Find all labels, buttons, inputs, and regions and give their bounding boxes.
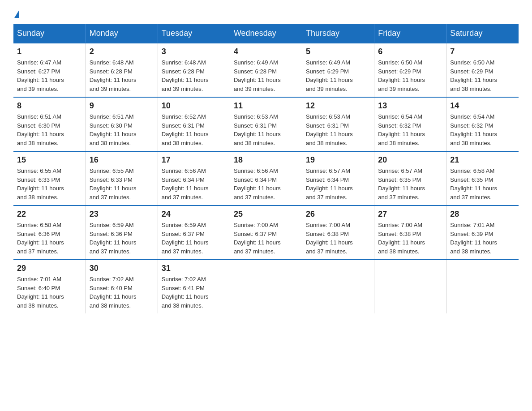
- day-info: Sunrise: 6:51 AMSunset: 6:30 PMDaylight:…: [17, 112, 82, 147]
- week-row-5: 29Sunrise: 7:01 AMSunset: 6:40 PMDayligh…: [13, 260, 519, 313]
- day-info: Sunrise: 6:48 AMSunset: 6:28 PMDaylight:…: [90, 58, 154, 93]
- calendar-cell: 13Sunrise: 6:54 AMSunset: 6:32 PMDayligh…: [374, 97, 446, 151]
- day-info: Sunrise: 6:48 AMSunset: 6:28 PMDaylight:…: [162, 58, 226, 93]
- day-info: Sunrise: 6:55 AMSunset: 6:33 PMDaylight:…: [17, 167, 82, 201]
- calendar-header-row: SundayMondayTuesdayWednesdayThursdayFrid…: [13, 24, 519, 43]
- header-thursday: Thursday: [302, 24, 374, 43]
- day-info: Sunrise: 6:53 AMSunset: 6:31 PMDaylight:…: [234, 112, 298, 147]
- calendar-cell: 4Sunrise: 6:49 AMSunset: 6:28 PMDaylight…: [230, 43, 302, 97]
- day-number: 23: [90, 210, 154, 219]
- calendar-cell: [374, 260, 446, 313]
- day-info: Sunrise: 6:50 AMSunset: 6:29 PMDaylight:…: [378, 58, 442, 93]
- calendar-cell: 21Sunrise: 6:58 AMSunset: 6:35 PMDayligh…: [446, 151, 519, 206]
- day-info: Sunrise: 7:02 AMSunset: 6:41 PMDaylight:…: [162, 275, 226, 310]
- day-number: 6: [378, 47, 442, 56]
- page-header: [13, 9, 519, 15]
- day-info: Sunrise: 6:53 AMSunset: 6:31 PMDaylight:…: [306, 112, 370, 147]
- day-number: 22: [17, 210, 82, 219]
- day-number: 21: [450, 155, 515, 165]
- calendar-cell: 10Sunrise: 6:52 AMSunset: 6:31 PMDayligh…: [158, 97, 230, 151]
- header-sunday: Sunday: [13, 24, 86, 43]
- day-info: Sunrise: 6:49 AMSunset: 6:28 PMDaylight:…: [234, 58, 298, 93]
- header-wednesday: Wednesday: [230, 24, 302, 43]
- day-info: Sunrise: 6:52 AMSunset: 6:31 PMDaylight:…: [162, 112, 226, 147]
- day-info: Sunrise: 6:56 AMSunset: 6:34 PMDaylight:…: [162, 167, 226, 201]
- day-number: 30: [90, 264, 154, 273]
- week-row-2: 8Sunrise: 6:51 AMSunset: 6:30 PMDaylight…: [13, 97, 519, 151]
- day-number: 20: [378, 155, 442, 165]
- header-tuesday: Tuesday: [158, 24, 230, 43]
- week-row-4: 22Sunrise: 6:58 AMSunset: 6:36 PMDayligh…: [13, 206, 519, 260]
- day-number: 19: [306, 155, 370, 165]
- day-info: Sunrise: 7:01 AMSunset: 6:40 PMDaylight:…: [17, 275, 82, 310]
- calendar-cell: 31Sunrise: 7:02 AMSunset: 6:41 PMDayligh…: [158, 260, 230, 313]
- day-info: Sunrise: 7:00 AMSunset: 6:38 PMDaylight:…: [378, 221, 442, 256]
- day-info: Sunrise: 6:50 AMSunset: 6:29 PMDaylight:…: [450, 58, 515, 93]
- day-number: 9: [90, 101, 154, 111]
- day-number: 12: [306, 101, 370, 111]
- logo: [13, 9, 19, 15]
- calendar-cell: 2Sunrise: 6:48 AMSunset: 6:28 PMDaylight…: [86, 43, 158, 97]
- day-number: 1: [17, 47, 82, 56]
- day-info: Sunrise: 6:59 AMSunset: 6:36 PMDaylight:…: [90, 221, 154, 256]
- day-number: 15: [17, 155, 82, 165]
- day-number: 17: [162, 155, 226, 165]
- day-info: Sunrise: 6:55 AMSunset: 6:33 PMDaylight:…: [90, 167, 154, 201]
- calendar-cell: 23Sunrise: 6:59 AMSunset: 6:36 PMDayligh…: [86, 206, 158, 260]
- calendar-cell: 5Sunrise: 6:49 AMSunset: 6:29 PMDaylight…: [302, 43, 374, 97]
- calendar-cell: 6Sunrise: 6:50 AMSunset: 6:29 PMDaylight…: [374, 43, 446, 97]
- day-info: Sunrise: 7:01 AMSunset: 6:39 PMDaylight:…: [450, 221, 515, 256]
- day-number: 27: [378, 210, 442, 219]
- calendar-cell: 25Sunrise: 7:00 AMSunset: 6:37 PMDayligh…: [230, 206, 302, 260]
- calendar-cell: 30Sunrise: 7:02 AMSunset: 6:40 PMDayligh…: [86, 260, 158, 313]
- day-number: 14: [450, 101, 515, 111]
- calendar-cell: 14Sunrise: 6:54 AMSunset: 6:32 PMDayligh…: [446, 97, 519, 151]
- day-info: Sunrise: 6:58 AMSunset: 6:36 PMDaylight:…: [17, 221, 82, 256]
- day-number: 18: [234, 155, 298, 165]
- day-number: 29: [17, 264, 82, 273]
- day-number: 10: [162, 101, 226, 111]
- calendar-cell: [446, 260, 519, 313]
- calendar-cell: 7Sunrise: 6:50 AMSunset: 6:29 PMDaylight…: [446, 43, 519, 97]
- calendar-table: SundayMondayTuesdayWednesdayThursdayFrid…: [13, 24, 519, 313]
- calendar-cell: 27Sunrise: 7:00 AMSunset: 6:38 PMDayligh…: [374, 206, 446, 260]
- day-number: 3: [162, 47, 226, 56]
- calendar-cell: [230, 260, 302, 313]
- calendar-cell: 28Sunrise: 7:01 AMSunset: 6:39 PMDayligh…: [446, 206, 519, 260]
- day-number: 2: [90, 47, 154, 56]
- calendar-cell: 17Sunrise: 6:56 AMSunset: 6:34 PMDayligh…: [158, 151, 230, 206]
- calendar-cell: 18Sunrise: 6:56 AMSunset: 6:34 PMDayligh…: [230, 151, 302, 206]
- calendar-cell: 24Sunrise: 6:59 AMSunset: 6:37 PMDayligh…: [158, 206, 230, 260]
- header-friday: Friday: [374, 24, 446, 43]
- day-number: 28: [450, 210, 515, 219]
- day-info: Sunrise: 7:00 AMSunset: 6:37 PMDaylight:…: [234, 221, 298, 256]
- day-number: 11: [234, 101, 298, 111]
- day-number: 26: [306, 210, 370, 219]
- day-info: Sunrise: 7:00 AMSunset: 6:38 PMDaylight:…: [306, 221, 370, 256]
- day-number: 4: [234, 47, 298, 56]
- calendar-cell: 26Sunrise: 7:00 AMSunset: 6:38 PMDayligh…: [302, 206, 374, 260]
- day-info: Sunrise: 6:54 AMSunset: 6:32 PMDaylight:…: [378, 112, 442, 147]
- calendar-cell: 1Sunrise: 6:47 AMSunset: 6:27 PMDaylight…: [13, 43, 86, 97]
- day-number: 7: [450, 47, 515, 56]
- day-info: Sunrise: 7:02 AMSunset: 6:40 PMDaylight:…: [90, 275, 154, 310]
- day-info: Sunrise: 6:57 AMSunset: 6:35 PMDaylight:…: [378, 167, 442, 201]
- calendar-cell: 22Sunrise: 6:58 AMSunset: 6:36 PMDayligh…: [13, 206, 86, 260]
- day-info: Sunrise: 6:49 AMSunset: 6:29 PMDaylight:…: [306, 58, 370, 93]
- day-number: 24: [162, 210, 226, 219]
- calendar-cell: 16Sunrise: 6:55 AMSunset: 6:33 PMDayligh…: [86, 151, 158, 206]
- calendar-cell: 15Sunrise: 6:55 AMSunset: 6:33 PMDayligh…: [13, 151, 86, 206]
- calendar-cell: 11Sunrise: 6:53 AMSunset: 6:31 PMDayligh…: [230, 97, 302, 151]
- day-info: Sunrise: 6:59 AMSunset: 6:37 PMDaylight:…: [162, 221, 226, 256]
- header-saturday: Saturday: [446, 24, 519, 43]
- day-info: Sunrise: 6:51 AMSunset: 6:30 PMDaylight:…: [90, 112, 154, 147]
- week-row-1: 1Sunrise: 6:47 AMSunset: 6:27 PMDaylight…: [13, 43, 519, 97]
- day-info: Sunrise: 6:54 AMSunset: 6:32 PMDaylight:…: [450, 112, 515, 147]
- calendar-cell: 19Sunrise: 6:57 AMSunset: 6:34 PMDayligh…: [302, 151, 374, 206]
- day-info: Sunrise: 6:58 AMSunset: 6:35 PMDaylight:…: [450, 167, 515, 201]
- day-number: 25: [234, 210, 298, 219]
- calendar-cell: 20Sunrise: 6:57 AMSunset: 6:35 PMDayligh…: [374, 151, 446, 206]
- logo-triangle-icon: [14, 10, 19, 18]
- calendar-cell: 29Sunrise: 7:01 AMSunset: 6:40 PMDayligh…: [13, 260, 86, 313]
- header-monday: Monday: [86, 24, 158, 43]
